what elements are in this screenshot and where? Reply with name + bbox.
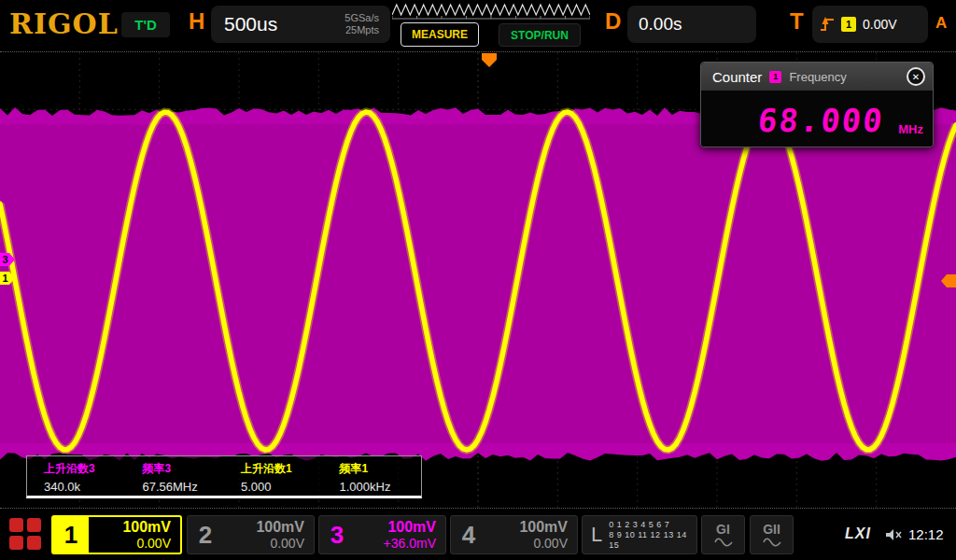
channel-1-control[interactable]: 1 100mV 0.00V <box>51 515 182 554</box>
sample-rate: 5GSa/s <box>344 12 379 23</box>
measurement-value: 340.0k <box>44 480 126 494</box>
waveform-display-area: 31 Counter 1 Frequency ✕ 68.000 MHz 上升沿数… <box>0 51 956 509</box>
trigger-position-marker <box>482 53 497 67</box>
menu-icon <box>27 536 41 550</box>
measurement-label: 上升沿数3 <box>44 461 126 477</box>
bottom-status-bar: 1 100mV 0.00V 2 100mV 0.00V 3 100mV +36.… <box>0 509 956 560</box>
delay-control[interactable]: 0.00s <box>627 6 756 43</box>
menu-icon <box>9 518 23 532</box>
counter-title: Counter <box>712 69 762 85</box>
measure-button[interactable]: MEASURE <box>401 22 479 47</box>
counter-source-icon: 1 <box>769 71 781 83</box>
close-icon[interactable]: ✕ <box>907 67 925 86</box>
memory-depth: 25Mpts <box>345 24 379 35</box>
measurement-value: 67.56MHz <box>143 480 225 494</box>
svg-text:1: 1 <box>3 273 8 284</box>
counter-value: 68.000 <box>756 102 886 139</box>
measurement-value: 1.000kHz <box>340 480 422 494</box>
measurement-label: 频率3 <box>143 461 225 477</box>
oscilloscope-screen: RIGOL T'D H 500us 5GSa/s 25Mpts MEASURE … <box>0 0 956 560</box>
channel-2-control[interactable]: 2 100mV 0.00V <box>187 515 315 554</box>
top-toolbar: RIGOL T'D H 500us 5GSa/s 25Mpts MEASURE … <box>0 0 956 51</box>
trigger-label: T <box>790 8 804 35</box>
channel-offset: 0.00V <box>136 536 171 551</box>
channel-offset: 0.00V <box>533 536 568 551</box>
logic-channel-numbers: 0 1 2 3 4 5 6 7 8 9 10 11 12 13 14 15 <box>609 520 696 551</box>
channel-number: 1 <box>53 517 89 553</box>
rigol-logo: RIGOL <box>9 7 119 40</box>
sine-icon <box>763 537 781 548</box>
sine-icon <box>714 537 733 548</box>
measurement-label: 上升沿数1 <box>241 461 323 477</box>
counter-mode-label: Frequency <box>789 70 846 84</box>
channel-number: 2 <box>188 521 223 550</box>
channel-scale: 100mV <box>256 519 304 536</box>
counter-unit: MHz <box>898 122 923 136</box>
trigger-mode: A <box>935 14 947 33</box>
counter-header: Counter 1 Frequency ✕ <box>701 63 933 91</box>
stop-run-button[interactable]: STOP/RUN <box>499 23 581 47</box>
logic-label: L <box>583 523 609 547</box>
rising-edge-icon <box>820 16 835 33</box>
timebase-control[interactable]: 500us 5GSa/s 25Mpts <box>211 6 390 43</box>
generator-1-control[interactable]: GI <box>701 515 745 554</box>
channel-number: 4 <box>451 521 486 550</box>
generator-2-control[interactable]: GII <box>750 515 794 554</box>
clock: 12:12 <box>908 526 944 542</box>
waveform-preview-strip[interactable] <box>392 2 590 21</box>
acquisition-info: 5GSa/s 25Mpts <box>344 12 390 36</box>
counter-readout: 68.000 MHz <box>701 91 933 147</box>
timebase-value: 500us <box>211 13 277 35</box>
channel-offset: +36.0mV <box>384 536 436 551</box>
channel-offset: 0.00V <box>270 536 304 551</box>
counter-panel: Counter 1 Frequency ✕ 68.000 MHz <box>700 62 934 147</box>
trigger-source-badge: 1 <box>841 17 856 32</box>
channel-4-control[interactable]: 4 100mV 0.00V <box>450 515 578 554</box>
lxi-indicator: LXI <box>845 525 871 542</box>
menu-icon <box>27 518 41 532</box>
menu-icon <box>9 536 23 550</box>
channel-scale: 100mV <box>519 519 568 536</box>
measurement-item: 上升沿数3 340.0k <box>27 456 126 496</box>
measurement-value: 5.000 <box>241 480 323 494</box>
trigger-status-badge: T'D <box>121 12 170 37</box>
measurement-item: 频率1 1.000kHz <box>323 456 422 496</box>
channel-3-control[interactable]: 3 100mV +36.0mV <box>318 515 446 554</box>
menu-button[interactable] <box>9 518 41 550</box>
channel-scale: 100mV <box>122 519 171 536</box>
trigger-control[interactable]: 1 0.00V <box>812 6 928 43</box>
measurement-item: 上升沿数1 5.000 <box>224 456 323 496</box>
delay-value: 0.00s <box>627 14 682 35</box>
horizontal-label: H <box>189 8 204 35</box>
delay-label: D <box>605 8 621 35</box>
logic-channels-control[interactable]: L 0 1 2 3 4 5 6 7 8 9 10 11 12 13 14 15 <box>582 515 697 554</box>
measurement-panel[interactable]: 上升沿数3 340.0k 频率3 67.56MHz 上升沿数1 5.000 频率… <box>26 455 422 498</box>
trigger-level-value: 0.00V <box>863 17 897 32</box>
measurement-label: 频率1 <box>340 461 422 477</box>
channel-scale: 100mV <box>387 519 436 536</box>
svg-text:3: 3 <box>3 254 8 265</box>
speaker-mute-icon[interactable] <box>884 527 904 542</box>
channel-number: 3 <box>319 521 355 550</box>
measurement-item: 频率3 67.56MHz <box>126 456 225 496</box>
